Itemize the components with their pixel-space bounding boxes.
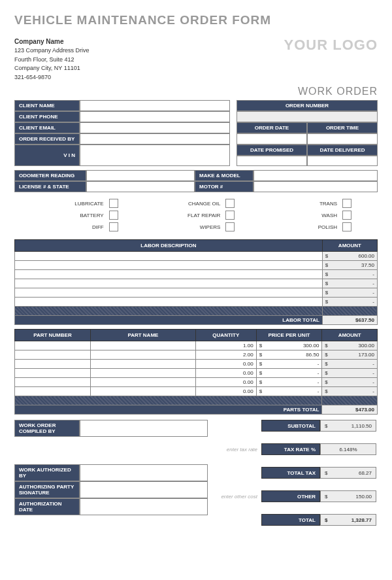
part-number-cell[interactable]: [15, 360, 91, 369]
part-number-cell[interactable]: [15, 350, 91, 360]
part-price-cell[interactable]: $-: [256, 378, 322, 387]
labor-desc-cell[interactable]: [15, 288, 323, 298]
odometer-field[interactable]: [86, 170, 195, 181]
checkbox[interactable]: [342, 211, 351, 220]
checkbox[interactable]: [342, 199, 351, 208]
company-name: Company Name: [14, 37, 90, 46]
part-amount-cell: $173.00: [322, 350, 378, 360]
order-date-field[interactable]: [237, 133, 307, 145]
part-qty-cell[interactable]: 2.00: [195, 350, 256, 360]
part-name-cell[interactable]: [90, 387, 195, 396]
checkbox[interactable]: [225, 222, 235, 231]
date-delivered-field[interactable]: [307, 156, 378, 166]
service-check-trans: TRANS: [254, 197, 371, 209]
part-name-header: PART NAME: [90, 330, 195, 341]
part-price-cell[interactable]: $-: [256, 369, 322, 378]
labor-desc-cell[interactable]: [15, 279, 323, 288]
part-price-cell[interactable]: $86.50: [256, 350, 322, 360]
parts-row: 0.00$-$-: [15, 378, 378, 387]
part-amount-cell: $-: [322, 378, 378, 387]
company-addr2: Fourth Floor, Suite 412: [14, 56, 90, 65]
checkbox[interactable]: [109, 199, 118, 208]
motor-field[interactable]: [253, 181, 378, 192]
checkbox[interactable]: [225, 199, 235, 208]
labor-desc-cell[interactable]: [15, 252, 323, 261]
auth-date-field[interactable]: [80, 498, 208, 515]
part-price-cell[interactable]: $-: [256, 387, 322, 396]
service-check-label: TRANS: [319, 201, 337, 207]
authorization-grid: WORK AUTHORIZED BY AUTHORIZING PARTY SIG…: [14, 464, 208, 515]
labor-desc-cell[interactable]: [15, 298, 323, 307]
part-amount-cell: $-: [322, 387, 378, 396]
part-name-cell[interactable]: [90, 378, 195, 387]
other-value[interactable]: $150.00: [320, 490, 376, 502]
order-received-field[interactable]: [80, 133, 230, 145]
other-hint: enter other cost: [214, 490, 261, 502]
company-city: Company City, NY 11101: [14, 64, 90, 73]
part-name-cell[interactable]: [90, 341, 195, 350]
service-check-change-oil: CHANGE OIL: [138, 197, 255, 209]
labor-desc-cell[interactable]: [15, 261, 323, 270]
checkbox[interactable]: [342, 222, 351, 231]
date-promised-field[interactable]: [237, 156, 307, 166]
labor-row: $-: [15, 270, 378, 279]
service-check-battery: BATTERY: [21, 209, 138, 221]
part-qty-cell[interactable]: 0.00: [195, 369, 256, 378]
service-check-lubricate: LUBRICATE: [21, 197, 138, 209]
labor-amount-cell: $-: [322, 270, 377, 279]
part-number-cell[interactable]: [15, 378, 91, 387]
part-number-cell[interactable]: [15, 387, 91, 396]
client-email-header: CLIENT EMAIL: [14, 122, 80, 133]
vin-field[interactable]: [80, 145, 230, 166]
labor-amount-cell: $-: [322, 288, 377, 298]
part-name-cell[interactable]: [90, 360, 195, 369]
part-qty-cell[interactable]: 0.00: [195, 378, 256, 387]
client-name-field[interactable]: [80, 100, 230, 111]
order-number-header: ORDER NUMBER: [237, 100, 378, 111]
tax-rate-value[interactable]: 6.148%: [320, 443, 376, 455]
labor-row: $37.50: [15, 261, 378, 270]
company-addr1: 123 Company Address Drive: [14, 46, 90, 56]
service-check-label: BATTERY: [80, 213, 104, 218]
compiled-by-field[interactable]: [80, 420, 208, 437]
odometer-header: ODOMETER READING: [14, 170, 86, 181]
order-time-header: ORDER TIME: [307, 122, 378, 133]
company-phone: 321-654-9870: [14, 73, 90, 82]
parts-row: 0.00$-$-: [15, 360, 378, 369]
part-qty-cell[interactable]: 0.00: [195, 387, 256, 396]
grand-total-value: $1,328.77: [320, 514, 376, 526]
subtotal-label: SUBTOTAL: [261, 420, 320, 432]
part-price-cell[interactable]: $-: [256, 360, 322, 369]
service-check-wipers: WIPERS: [138, 221, 255, 233]
client-phone-field[interactable]: [80, 111, 230, 122]
part-number-cell[interactable]: [15, 341, 91, 350]
service-check-label: WASH: [321, 213, 337, 218]
part-qty-cell[interactable]: 1.00: [195, 341, 256, 350]
date-delivered-header: DATE DELIVERED: [307, 145, 378, 156]
auth-sig-field[interactable]: [80, 481, 208, 498]
part-qty-cell[interactable]: 0.00: [195, 360, 256, 369]
parts-row: 0.00$-$-: [15, 387, 378, 396]
order-number-field[interactable]: [237, 111, 378, 122]
checkbox[interactable]: [109, 222, 118, 231]
part-number-cell[interactable]: [15, 369, 91, 378]
part-name-cell[interactable]: [90, 369, 195, 378]
client-phone-header: CLIENT PHONE: [14, 111, 80, 122]
labor-desc-cell[interactable]: [15, 270, 323, 279]
license-field[interactable]: [86, 181, 195, 192]
part-price-cell[interactable]: $300.00: [256, 341, 322, 350]
checkbox[interactable]: [225, 211, 235, 220]
part-name-cell[interactable]: [90, 350, 195, 360]
parts-total-value: $473.00: [322, 405, 378, 415]
order-time-field[interactable]: [307, 133, 378, 145]
part-number-header: PART NUMBER: [15, 330, 91, 341]
auth-by-field[interactable]: [80, 464, 208, 481]
form-title: VEHICLE MAINTENANCE ORDER FORM: [14, 13, 378, 27]
client-email-field[interactable]: [80, 122, 230, 133]
make-model-field[interactable]: [253, 170, 378, 181]
parts-separator: [15, 396, 322, 405]
checkbox[interactable]: [109, 211, 118, 220]
totals-grid: SUBTOTAL $1,110.50 enter tax rate TAX RA…: [214, 420, 378, 526]
compiled-by-grid: WORK ORDER COMPILED BY: [14, 420, 208, 437]
labor-table: LABOR DESCRIPTION AMOUNT $600.00$37.50$-…: [14, 239, 378, 325]
